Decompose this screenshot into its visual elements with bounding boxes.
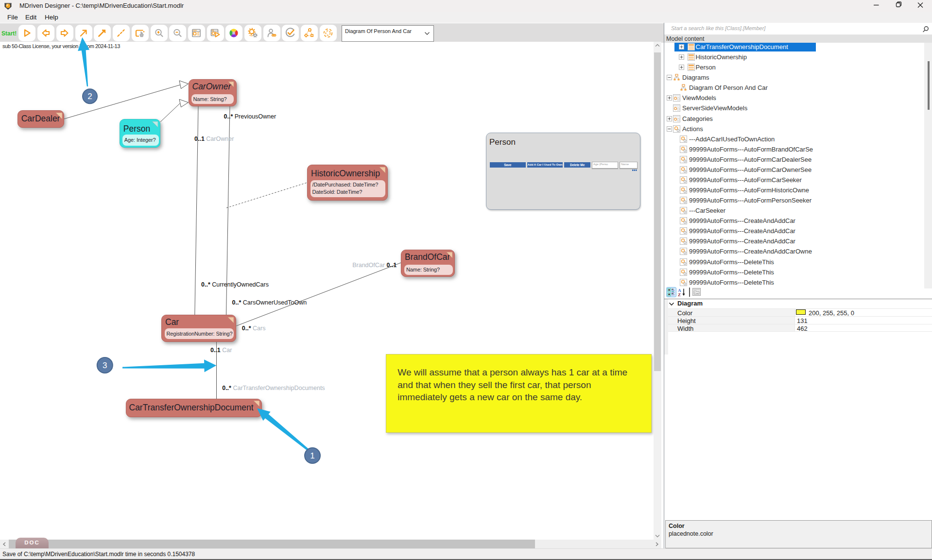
svg-text:Z: Z: [678, 292, 681, 297]
